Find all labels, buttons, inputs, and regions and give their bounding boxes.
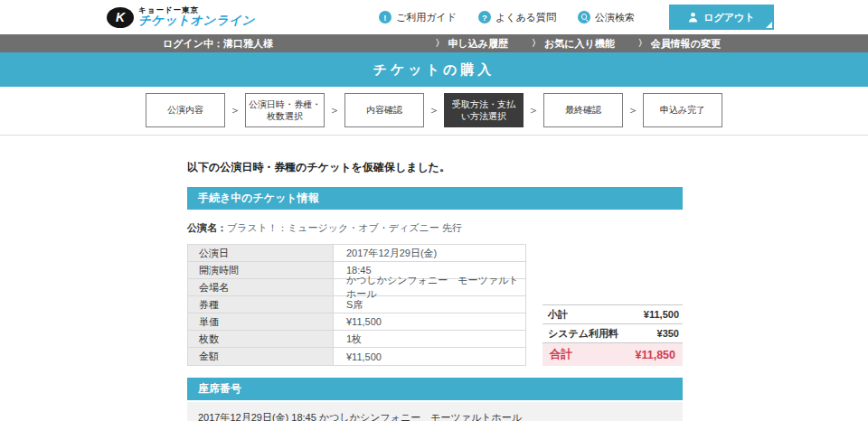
- favorites-link[interactable]: 〉 お気に入り機能: [532, 37, 615, 51]
- top-nav: ! ご利用ガイド ? よくある質問 公演検索 ログアウト: [379, 5, 774, 30]
- member-info-label: 会員情報の変更: [651, 37, 721, 51]
- nav-guide-link[interactable]: ! ご利用ガイド: [379, 11, 457, 24]
- summary-subtotal-row: 小計 ¥11,500: [542, 304, 683, 323]
- system-fee-value: ¥350: [657, 328, 679, 339]
- step-separator-icon: ＞: [528, 103, 539, 118]
- row-value: 1枚: [334, 332, 525, 346]
- top-header: K キョードー東京 チケットオンライン ! ご利用ガイド ? よくある質問 公演…: [0, 0, 868, 34]
- person-icon: [688, 12, 698, 23]
- row-value: ¥11,500: [334, 351, 525, 362]
- row-value: S席: [334, 298, 525, 312]
- row-value: かつしかシンフォニー モーツァルトホール: [334, 274, 525, 301]
- login-bar: ログイン中：溝口雅人様 〉 申し込み履歴 〉 お気に入り機能 〉 会員情報の変更: [0, 34, 868, 52]
- question-icon: ?: [478, 11, 491, 23]
- performance-name-line: 公演名：ブラスト！：ミュージック・オブ・ディズニー 先行: [187, 221, 683, 235]
- row-label: 金額: [188, 348, 334, 365]
- table-row-venue: 会場名 かつしかシンフォニー モーツァルトホール: [188, 279, 525, 296]
- brand-bottom-label: チケットオンライン: [138, 14, 255, 28]
- total-label: 合計: [550, 347, 572, 362]
- login-links: 〉 申し込み履歴 〉 お気に入り機能 〉 会員情報の変更: [435, 37, 721, 51]
- logo-text: キョードー東京 チケットオンライン: [138, 6, 255, 28]
- row-label: 開演時間: [188, 262, 334, 278]
- site-logo[interactable]: K キョードー東京 チケットオンライン: [107, 6, 255, 28]
- nav-faq-link[interactable]: ? よくある質問: [478, 11, 556, 24]
- hold-notice-text: 以下の公演日時・券種のチケットを仮確保しました。: [187, 160, 683, 175]
- table-row-performance-date: 公演日 2017年12月29日(金): [188, 245, 525, 262]
- row-label: 券種: [188, 296, 334, 313]
- summary-system-fee-row: システム利用料 ¥350: [542, 323, 683, 342]
- details-and-summary-row: 公演日 2017年12月29日(金) 開演時間 18:45 会場名 かつしかシン…: [187, 244, 683, 366]
- table-row-unit-price: 単価 ¥11,500: [188, 313, 525, 331]
- row-label: 単価: [188, 313, 334, 330]
- ticket-detail-table: 公演日 2017年12月29日(金) 開演時間 18:45 会場名 かつしかシン…: [187, 244, 526, 366]
- nav-search-link[interactable]: 公演検索: [578, 11, 635, 24]
- main-content: 以下の公演日時・券種のチケットを仮確保しました。 手続き中のチケット情報 公演名…: [187, 160, 683, 421]
- step-final-confirm: 最終確認: [543, 93, 623, 127]
- step-content-confirm: 内容確認: [344, 93, 424, 127]
- row-value: ¥11,500: [334, 316, 525, 327]
- price-summary: 小計 ¥11,500 システム利用料 ¥350 合計 ¥11,850: [542, 304, 683, 366]
- step-indicator: 公演内容 ＞ 公演日時・券種・枚数選択 ＞ 内容確認 ＞ 受取方法・支払い方法選…: [0, 87, 868, 136]
- step-payment-method-active: 受取方法・支払い方法選択: [444, 93, 524, 127]
- logout-label: ログアウト: [703, 11, 754, 24]
- seat-info-line1: 2017年12月29日(金) 18:45 かつしかシンフォニー モーツァルトホー…: [198, 409, 672, 421]
- table-row-amount: 金額 ¥11,500: [188, 348, 525, 365]
- step-separator-icon: ＞: [230, 103, 241, 118]
- logout-button[interactable]: ログアウト: [669, 5, 774, 30]
- search-icon: [578, 11, 590, 23]
- chevron-right-icon: 〉: [532, 37, 541, 50]
- step-application-complete: 申込み完了: [643, 93, 722, 127]
- page: K キョードー東京 チケットオンライン ! ご利用ガイド ? よくある質問 公演…: [0, 0, 868, 421]
- seat-info-block: 2017年12月29日(金) 18:45 かつしかシンフォニー モーツァルトホー…: [187, 402, 683, 421]
- chevron-right-icon: 〉: [638, 37, 647, 50]
- page-title-banner: チケットの購入: [0, 52, 868, 87]
- row-label: 公演日: [188, 245, 334, 261]
- step-separator-icon: ＞: [329, 103, 340, 118]
- subtotal-label: 小計: [548, 308, 568, 322]
- subtotal-value: ¥11,500: [644, 309, 679, 320]
- chevron-right-icon: 〉: [435, 37, 444, 50]
- member-info-link[interactable]: 〉 会員情報の変更: [638, 37, 721, 51]
- nav-guide-label: ご利用ガイド: [396, 11, 457, 24]
- seat-number-heading: 座席番号: [198, 381, 241, 397]
- info-icon: !: [379, 11, 392, 23]
- summary-total-row: 合計 ¥11,850: [542, 342, 683, 366]
- row-label: 会場名: [188, 279, 334, 295]
- step-date-ticket-count: 公演日時・券種・枚数選択: [245, 93, 325, 127]
- page-title: チケットの購入: [373, 61, 495, 79]
- row-label: 枚数: [188, 331, 334, 347]
- nav-faq-label: よくある質問: [495, 11, 556, 24]
- table-row-quantity: 枚数 1枚: [188, 331, 525, 348]
- logo-k-icon: K: [107, 7, 134, 28]
- performance-name-label: 公演名：: [187, 222, 227, 233]
- favorites-label: お気に入り機能: [544, 37, 615, 51]
- ticket-info-heading: 手続き中のチケット情報: [198, 191, 319, 206]
- ticket-info-section-header: 手続き中のチケット情報: [187, 187, 683, 210]
- step-performance-content: 公演内容: [146, 93, 225, 127]
- table-row-ticket-type: 券種 S席: [188, 296, 525, 313]
- performance-name-value: ブラスト！：ミュージック・オブ・ディズニー 先行: [227, 222, 462, 233]
- row-value: 2017年12月29日(金): [334, 247, 525, 260]
- step-separator-icon: ＞: [627, 103, 638, 118]
- total-value: ¥11,850: [636, 349, 676, 361]
- system-fee-label: システム利用料: [548, 327, 618, 341]
- order-history-label: 申し込み履歴: [448, 37, 508, 51]
- step-separator-icon: ＞: [429, 103, 439, 118]
- login-status-text: ログイン中：溝口雅人様: [163, 37, 273, 51]
- seat-number-section-header: 座席番号: [187, 378, 683, 400]
- nav-search-label: 公演検索: [595, 11, 635, 24]
- order-history-link[interactable]: 〉 申し込み履歴: [435, 37, 508, 51]
